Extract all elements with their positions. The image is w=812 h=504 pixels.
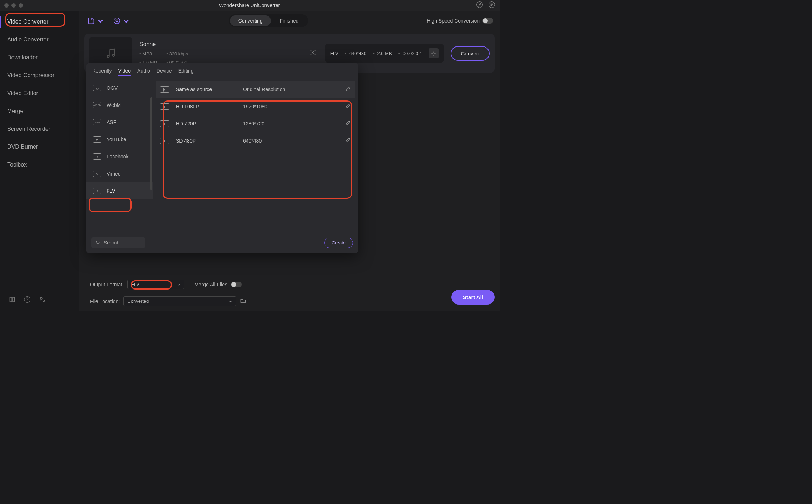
format-label: Facebook: [107, 154, 128, 159]
edit-icon[interactable]: [345, 137, 351, 144]
sidebar-item-audio-converter[interactable]: Audio Converter: [0, 31, 79, 49]
toolbar: Converting Finished High Speed Conversio…: [83, 11, 496, 31]
sidebar-item-screen-recorder[interactable]: Screen Recorder: [0, 120, 79, 138]
svg-point-10: [433, 53, 434, 54]
resolution-label: HD 720P: [176, 121, 237, 127]
shuffle-icon: [307, 49, 318, 58]
create-button[interactable]: Create: [324, 238, 353, 248]
tab-label: Converting: [238, 18, 263, 24]
window-minimize[interactable]: [11, 3, 16, 8]
edit-icon[interactable]: [345, 86, 351, 93]
output-format-select[interactable]: FLV: [127, 280, 184, 289]
merge-toggle[interactable]: [231, 282, 242, 287]
add-disc-button[interactable]: [112, 15, 132, 26]
search-icon: [96, 240, 101, 245]
guide-icon[interactable]: [9, 296, 16, 305]
dp-tab-audio[interactable]: Audio: [137, 66, 150, 76]
dp-tab-device[interactable]: Device: [157, 66, 172, 76]
sidebar-item-toolbox[interactable]: Toolbox: [0, 156, 79, 174]
video-icon: [160, 138, 169, 144]
tab-finished[interactable]: Finished: [271, 15, 307, 26]
feedback-icon[interactable]: [488, 1, 495, 10]
resolution-label: HD 1080P: [176, 104, 237, 109]
sidebar-item-merger[interactable]: Merger: [0, 102, 79, 120]
sidebar-item-downloader[interactable]: Downloader: [0, 49, 79, 66]
sidebar-item-video-compressor[interactable]: Video Compressor: [0, 66, 79, 84]
format-label: Vimeo: [107, 171, 120, 177]
format-item-ogv[interactable]: ogvOGV: [86, 79, 153, 97]
format-list: ogvOGV WEBMWebM ASFASF ▶YouTube fFaceboo…: [86, 79, 153, 233]
dp-tab-label: Device: [157, 68, 172, 74]
sidebar-item-label: Downloader: [7, 54, 38, 60]
add-file-button[interactable]: [86, 15, 106, 26]
output-duration: 00:02:02: [398, 51, 421, 56]
sidebar: Video Converter Audio Converter Download…: [0, 11, 79, 311]
facebook-icon: f: [93, 153, 102, 160]
resolution-row-480p[interactable]: SD 480P 640*480: [156, 132, 355, 149]
format-item-flv[interactable]: fFLV: [86, 182, 153, 199]
video-icon: [160, 86, 169, 93]
format-scrollbar[interactable]: [150, 97, 152, 190]
sidebar-item-video-editor[interactable]: Video Editor: [0, 84, 79, 102]
sidebar-item-label: Audio Converter: [7, 36, 49, 43]
format-icon: ogv: [93, 85, 102, 91]
format-item-asf[interactable]: ASFASF: [86, 114, 153, 131]
sidebar-item-video-converter[interactable]: Video Converter: [0, 13, 79, 31]
merge-label: Merge All Files: [194, 282, 227, 287]
edit-icon[interactable]: [345, 103, 351, 110]
user-icon[interactable]: [476, 1, 483, 10]
format-item-youtube[interactable]: ▶YouTube: [86, 131, 153, 148]
search-placeholder: Search: [104, 240, 119, 246]
help-icon[interactable]: [24, 296, 31, 305]
dp-tab-video[interactable]: Video: [118, 66, 131, 76]
sidebar-item-dvd-burner[interactable]: DVD Burner: [0, 138, 79, 156]
sidebar-item-label: Video Compressor: [7, 72, 54, 78]
dp-tab-recently[interactable]: Recently: [92, 66, 112, 76]
tab-converting[interactable]: Converting: [230, 15, 271, 26]
output-size: 2.0 MB: [373, 51, 392, 56]
window-close[interactable]: [4, 3, 9, 8]
resolution-value: Original Resolution: [243, 87, 339, 92]
resolution-value: 1920*1080: [243, 104, 339, 109]
svg-point-8: [107, 55, 109, 58]
vimeo-icon: v: [93, 171, 102, 177]
resolution-row-1080p[interactable]: HD 1080P 1920*1080: [156, 98, 355, 115]
file-bitrate: 320 kbps: [166, 51, 188, 56]
edit-icon[interactable]: [345, 120, 351, 127]
format-dropdown: Recently Video Audio Device Editing ogvO…: [86, 63, 358, 253]
format-item-webm[interactable]: WEBMWebM: [86, 97, 153, 114]
convert-button[interactable]: Convert: [451, 46, 490, 61]
resolution-row-source[interactable]: Same as source Original Resolution: [156, 81, 355, 98]
window-maximize[interactable]: [19, 3, 23, 8]
format-label: YouTube: [107, 137, 126, 142]
video-icon: [160, 120, 169, 127]
format-label: WebM: [107, 102, 121, 108]
format-item-vimeo[interactable]: vVimeo: [86, 165, 153, 182]
sidebar-item-label: DVD Burner: [7, 144, 38, 150]
file-location-label: File Location:: [90, 298, 120, 304]
bottom-bar: Output Format: FLV Merge All Files File …: [90, 280, 495, 308]
sidebar-item-label: Screen Recorder: [7, 126, 50, 132]
svg-point-11: [96, 241, 99, 244]
open-folder-icon[interactable]: [240, 297, 246, 305]
high-speed-label: High Speed Conversion: [427, 18, 480, 24]
file-location-select[interactable]: Converted: [123, 296, 236, 306]
resolution-row-720p[interactable]: HD 720P 1280*720: [156, 115, 355, 132]
output-format-label: Output Format:: [90, 282, 124, 287]
resolution-label: SD 480P: [176, 138, 237, 144]
format-label: FLV: [107, 188, 115, 194]
start-all-button[interactable]: Start All: [451, 290, 495, 305]
format-icon: f: [93, 188, 102, 194]
start-all-label: Start All: [463, 294, 483, 300]
format-item-facebook[interactable]: fFacebook: [86, 148, 153, 165]
svg-point-9: [113, 54, 115, 56]
dp-tab-label: Recently: [92, 68, 112, 74]
dp-tab-editing[interactable]: Editing: [178, 66, 194, 76]
high-speed-toggle[interactable]: [482, 18, 493, 24]
create-button-label: Create: [332, 240, 346, 246]
format-search-input[interactable]: Search: [91, 237, 145, 248]
output-settings[interactable]: FLV 640*480 2.0 MB 00:02:02: [325, 44, 444, 63]
app-title: Wondershare UniConverter: [23, 3, 476, 8]
share-icon[interactable]: [39, 296, 46, 305]
gear-icon[interactable]: [429, 48, 439, 58]
